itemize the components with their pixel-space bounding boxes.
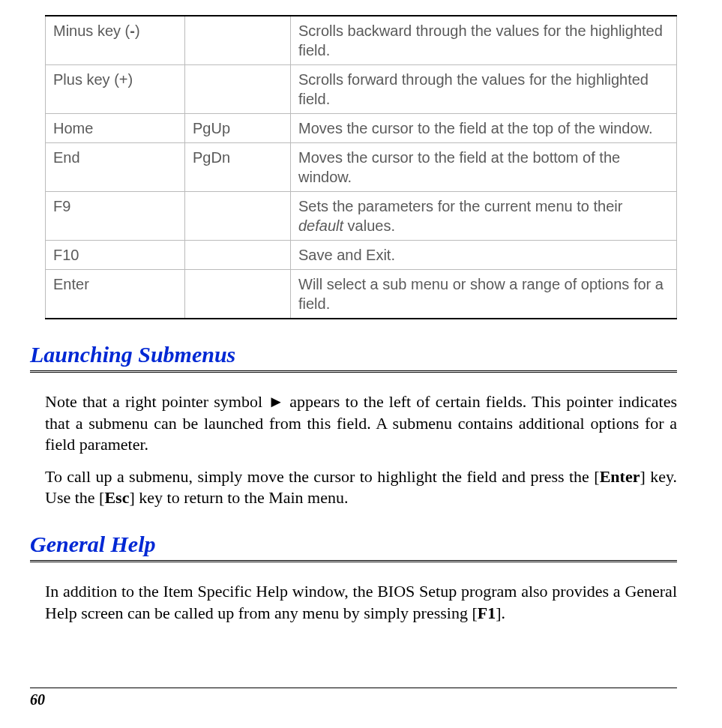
text: ]. bbox=[496, 604, 505, 622]
heading-launching-submenus: Launching Submenus bbox=[30, 342, 677, 367]
right-pointer-icon: ► bbox=[268, 392, 284, 411]
cell-key-primary: Enter bbox=[46, 270, 185, 319]
table-row: F10Save and Exit. bbox=[46, 241, 677, 270]
table-row: Minus key (-)Scrolls backward through th… bbox=[46, 16, 677, 65]
page-number: 60 bbox=[30, 691, 45, 708]
key-enter: Enter bbox=[600, 467, 640, 486]
cell-description: Sets the parameters for the current menu… bbox=[291, 192, 677, 241]
rule-divider bbox=[30, 370, 677, 375]
key-reference-table: Minus key (-)Scrolls backward through th… bbox=[45, 15, 677, 319]
cell-key-primary: End bbox=[46, 143, 185, 192]
cell-key-primary: F10 bbox=[46, 241, 185, 270]
cell-key-secondary bbox=[185, 192, 291, 241]
para-submenus-1: Note that a right pointer symbol ► appea… bbox=[45, 391, 677, 456]
table-row: Plus key (+)Scrolls forward through the … bbox=[46, 65, 677, 114]
cell-key-primary: Minus key (-) bbox=[46, 16, 185, 65]
cell-key-secondary bbox=[185, 65, 291, 114]
table-row: EndPgDnMoves the cursor to the field at … bbox=[46, 143, 677, 192]
text: To call up a submenu, simply move the cu… bbox=[45, 467, 600, 486]
page-footer: 60 bbox=[30, 688, 677, 709]
cell-description: Moves the cursor to the field at the bot… bbox=[291, 143, 677, 192]
key-f1: F1 bbox=[478, 604, 496, 622]
table-row: F9Sets the parameters for the current me… bbox=[46, 192, 677, 241]
para-general-help-1: In addition to the Item Specific Help wi… bbox=[45, 581, 677, 624]
cell-description: Will select a sub menu or show a range o… bbox=[291, 270, 677, 319]
text: In addition to the Item Specific Help wi… bbox=[45, 582, 677, 622]
rule-divider bbox=[30, 560, 677, 565]
cell-description: Save and Exit. bbox=[291, 241, 677, 270]
cell-key-secondary: PgDn bbox=[185, 143, 291, 192]
cell-key-primary: Plus key (+) bbox=[46, 65, 185, 114]
key-esc: Esc bbox=[104, 488, 129, 507]
cell-key-primary: F9 bbox=[46, 192, 185, 241]
cell-description: Scrolls backward through the values for … bbox=[291, 16, 677, 65]
cell-key-secondary bbox=[185, 270, 291, 319]
cell-description: Moves the cursor to the field at the top… bbox=[291, 114, 677, 143]
cell-key-secondary bbox=[185, 241, 291, 270]
text: Note that a right pointer symbol bbox=[45, 392, 268, 411]
text: ] key to return to the Main menu. bbox=[129, 488, 348, 507]
para-submenus-2: To call up a submenu, simply move the cu… bbox=[45, 466, 677, 509]
cell-description: Scrolls forward through the values for t… bbox=[291, 65, 677, 114]
cell-key-primary: Home bbox=[46, 114, 185, 143]
table-row: HomePgUpMoves the cursor to the field at… bbox=[46, 114, 677, 143]
cell-key-secondary bbox=[185, 16, 291, 65]
table-row: EnterWill select a sub menu or show a ra… bbox=[46, 270, 677, 319]
heading-general-help: General Help bbox=[30, 532, 677, 557]
cell-key-secondary: PgUp bbox=[185, 114, 291, 143]
